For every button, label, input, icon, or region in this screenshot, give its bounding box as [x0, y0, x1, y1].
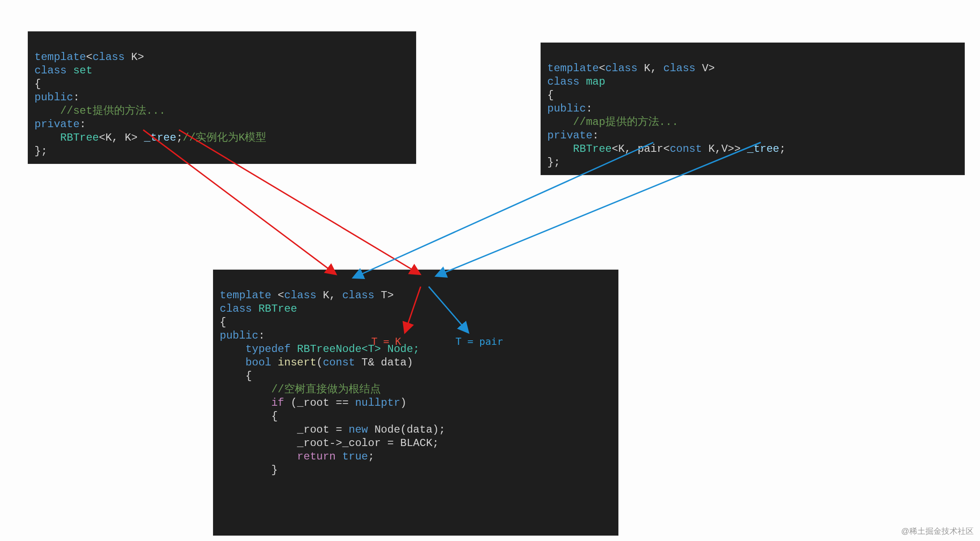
code-panel-set: template<class K> class set { public: //…	[28, 31, 416, 164]
annotation-t-equals-k: T = K	[371, 336, 401, 347]
code-panel-map: template<class K, class V> class map { p…	[541, 43, 965, 175]
annotation-t-equals-pair: T = pair	[456, 336, 503, 347]
kw-template: template	[34, 51, 86, 63]
code-panel-rbtree: template <class K, class T> class RBTree…	[213, 270, 618, 536]
watermark: @稀土掘金技术社区	[901, 526, 974, 537]
